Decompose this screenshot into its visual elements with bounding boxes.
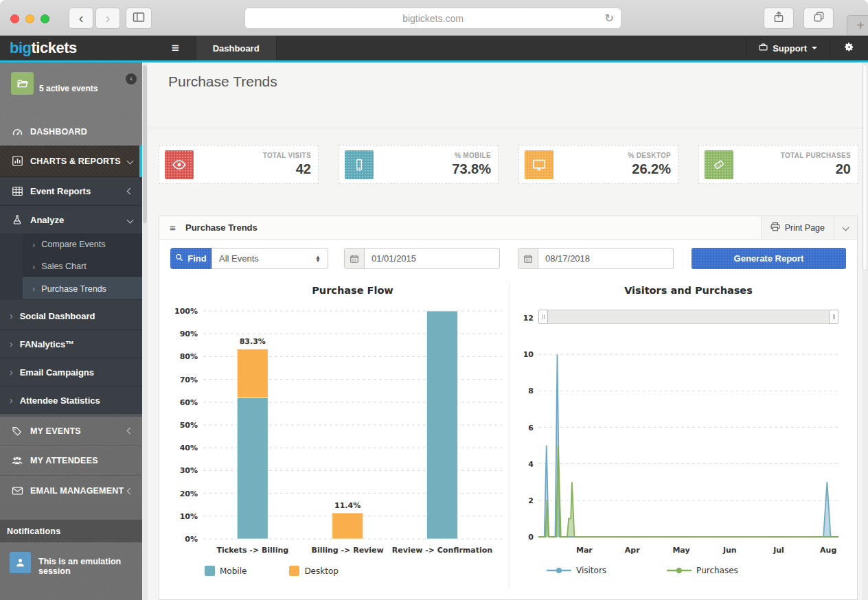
svg-text:90%: 90% xyxy=(180,330,198,338)
analyze-label: Analyze xyxy=(30,215,64,225)
sidebar-item-purchase-trends[interactable]: › Purchase Trends xyxy=(23,277,142,299)
menu-toggle-button[interactable]: ≡ xyxy=(155,36,196,60)
svg-text:Tickets -> Billing: Tickets -> Billing xyxy=(216,546,288,555)
envelope-icon xyxy=(10,486,25,496)
event-filter-select[interactable]: All Events ▲▼ xyxy=(212,248,328,269)
panel-menu-icon[interactable]: ≡ xyxy=(170,222,176,233)
submenu-arrow-icon: › xyxy=(10,310,13,321)
range-slider-right-handle[interactable] xyxy=(829,310,838,324)
sidebar-collapse-button[interactable]: ‹ xyxy=(126,73,137,84)
panel-options-button[interactable] xyxy=(834,216,857,239)
chart-range-slider[interactable] xyxy=(538,310,838,324)
close-window-button[interactable] xyxy=(10,14,19,23)
ticket-icon xyxy=(705,150,733,179)
svg-text:50%: 50% xyxy=(180,421,198,430)
svg-text:12: 12 xyxy=(523,314,534,323)
title-divider xyxy=(148,128,868,128)
tab-overview-button[interactable] xyxy=(803,8,834,29)
table-icon xyxy=(10,185,25,197)
svg-text:Mar: Mar xyxy=(576,546,593,555)
print-page-button[interactable]: Print Page xyxy=(761,216,834,239)
sidebar-item-charts-reports[interactable]: CHARTS & REPORTS xyxy=(0,146,142,177)
svg-text:30%: 30% xyxy=(180,466,198,475)
tab-dashboard[interactable]: Dashboard xyxy=(196,36,277,60)
generate-report-button[interactable]: Generate Report xyxy=(692,248,846,269)
session-message: This is an emulation session xyxy=(38,557,142,576)
calendar-icon xyxy=(518,249,538,268)
panel-header: ≡ Purchase Trends Print Page xyxy=(159,216,857,240)
find-button[interactable]: Find xyxy=(170,248,212,269)
select-arrows-icon: ▲▼ xyxy=(315,255,321,262)
submenu-arrow-icon: › xyxy=(32,240,35,250)
legend-visitors-label: Visitors xyxy=(576,566,606,575)
legend-desktop-label: Desktop xyxy=(304,566,339,576)
sidebar-item-social-dashboard[interactable]: › Social Dashboard xyxy=(0,302,142,330)
date-to-input[interactable] xyxy=(538,249,673,268)
active-events-summary[interactable]: 5 active events ‹ xyxy=(0,62,142,118)
sidebar-scrollbar[interactable] xyxy=(142,62,148,600)
notifications-header: Notifications xyxy=(0,520,142,542)
submenu-arrow-icon: › xyxy=(10,367,13,378)
notifications-label: Notifications xyxy=(7,527,60,536)
address-bar[interactable]: bigtickets.com ↻ xyxy=(244,8,621,29)
share-icon xyxy=(773,11,784,26)
forward-icon: › xyxy=(106,10,111,26)
purchase-trends-label: Purchase Trends xyxy=(41,284,106,294)
email-campaigns-label: Email Campaigns xyxy=(20,367,94,378)
date-from-input[interactable] xyxy=(365,249,499,268)
sidebar-item-event-reports[interactable]: Event Reports xyxy=(0,177,142,206)
stat-value: 73.8% xyxy=(452,161,491,177)
back-icon: ‹ xyxy=(79,10,84,26)
compare-events-label: Compare Events xyxy=(41,240,105,249)
chevron-left-icon xyxy=(127,487,134,494)
range-slider-left-handle[interactable] xyxy=(538,310,548,324)
svg-text:6: 6 xyxy=(528,424,534,432)
sidebar-item-fanalytics[interactable]: › FANalytics™ xyxy=(0,330,142,358)
browser-sidebar-toggle-button[interactable] xyxy=(126,8,152,29)
chevron-down-icon xyxy=(127,216,134,223)
sidebar-item-email-campaigns[interactable]: › Email Campaigns xyxy=(0,358,142,386)
sidebar-item-my-events[interactable]: MY EVENTS xyxy=(0,417,142,446)
caret-down-icon xyxy=(812,47,817,49)
support-dropdown[interactable]: Support xyxy=(746,36,830,60)
legend-purchases-label: Purchases xyxy=(696,566,738,575)
sidebar-item-email-management[interactable]: EMAIL MANAGEMENT xyxy=(0,476,142,506)
sidebar-item-compare-events[interactable]: › Compare Events xyxy=(23,233,142,255)
sidebar-toggle-icon xyxy=(133,12,145,25)
sidebar-item-sales-chart[interactable]: › Sales Chart xyxy=(23,255,142,277)
chevron-down-icon xyxy=(127,158,134,165)
briefcase-icon xyxy=(759,43,768,54)
forward-button[interactable]: › xyxy=(95,8,120,29)
share-button[interactable] xyxy=(764,8,794,29)
sidebar-item-analyze[interactable]: Analyze xyxy=(0,206,142,233)
main-scrollbar[interactable] xyxy=(862,62,868,600)
maximize-window-button[interactable] xyxy=(41,14,49,23)
back-button[interactable]: ‹ xyxy=(69,8,93,29)
settings-button[interactable] xyxy=(830,36,868,60)
sidebar-item-attendee-statistics[interactable]: › Attendee Statistics xyxy=(0,386,142,414)
sidebar-item-my-attendees[interactable]: MY ATTENDEES xyxy=(0,446,142,476)
new-tab-button[interactable]: + xyxy=(847,15,868,36)
fanalytics-label: FANalytics™ xyxy=(20,339,74,349)
stat-label: % DESKTOP xyxy=(628,152,671,159)
chevron-left-icon xyxy=(127,428,134,435)
url-text: bigtickets.com xyxy=(402,13,464,24)
bigtickets-logo[interactable]: bigtickets xyxy=(0,36,87,60)
tabs-icon xyxy=(813,11,825,25)
minimize-window-button[interactable] xyxy=(25,14,34,23)
legend-item-mobile[interactable]: Mobile xyxy=(205,566,247,576)
emulation-session-notice: This is an emulation session xyxy=(0,542,142,600)
stat-card-total-visits: TOTAL VISITS 42 xyxy=(159,145,319,184)
flask-icon xyxy=(10,214,25,225)
legend-item-visitors[interactable]: Visitors xyxy=(547,566,606,575)
submenu-arrow-icon: › xyxy=(10,395,13,406)
legend-item-desktop[interactable]: Desktop xyxy=(289,566,339,576)
desktop-icon xyxy=(525,150,553,179)
printer-icon xyxy=(770,222,780,233)
tags-icon xyxy=(10,426,25,437)
reload-icon[interactable]: ↻ xyxy=(605,12,614,25)
panel-title: Purchase Trends xyxy=(185,222,258,233)
charts-reports-label: CHARTS & REPORTS xyxy=(30,157,121,166)
legend-item-purchases[interactable]: Purchases xyxy=(667,566,738,575)
sidebar-item-dashboard[interactable]: DASHBOARD xyxy=(0,118,142,146)
